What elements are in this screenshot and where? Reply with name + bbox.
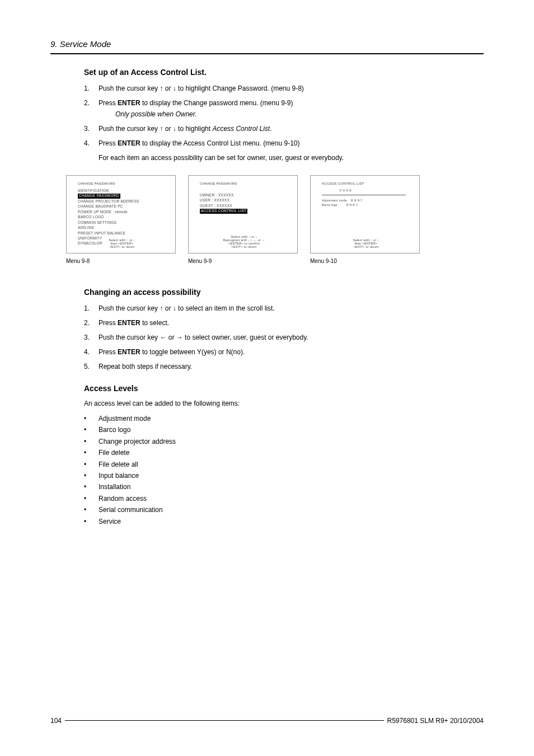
menu-body: OWNER : XXXXXX USER : XXXXXX GUEST : XXX…	[200, 193, 288, 214]
step-text: Press ENTER to display the Access Contro…	[99, 138, 478, 163]
step-number: 1.	[84, 83, 99, 93]
acl-row: Barco logo N N N Y	[322, 203, 410, 207]
page-content: Set up of an Access Control List. 1. Pus…	[50, 68, 484, 527]
bullet-icon: •	[84, 436, 99, 447]
bullet-icon: •	[84, 470, 99, 481]
menu-box-1: CHANGE PASSWORD IDENTIFICATION CHANGE PA…	[66, 175, 176, 253]
step-text: Push the cursor key ← or → to select own…	[99, 332, 478, 342]
bullet-icon: •	[84, 424, 99, 435]
section2-heading: Changing an access possibility	[84, 288, 478, 297]
list-item: •File delete all	[84, 459, 478, 470]
bullet-icon: •	[84, 493, 99, 504]
menu-hint: Select with ↑ or ↓ then <ENTER> <EXIT> t…	[78, 238, 166, 248]
section-number: 9. Service Mode	[50, 39, 484, 49]
header-rule	[50, 53, 484, 54]
menu-title: ACCESS CONTROL LIST	[322, 181, 410, 185]
step-number: 4.	[84, 347, 99, 357]
step-text: Press ENTER to select.	[99, 318, 478, 328]
page-number: 104	[50, 717, 65, 725]
step-text: Push the cursor key ↑ or ↓ to select an …	[99, 303, 478, 313]
menu-title: CHANGE PASSWORD	[78, 181, 166, 185]
step-note: Only possible when Owner.	[115, 109, 478, 119]
list-item: •Random access	[84, 493, 478, 504]
menu-caption: Menu 9-10	[310, 258, 420, 264]
list-item: •Installation	[84, 481, 478, 492]
step-text: Press ENTER to toggle between Y(yes) or …	[99, 347, 478, 357]
bullet-icon: •	[84, 459, 99, 470]
menu-hint: Select with ↑ or ↓ then <ENTER> <EXIT> t…	[322, 238, 410, 248]
step-number: 5.	[84, 361, 99, 372]
menu-box-2: CHANGE PASSWORD OWNER : XXXXXX USER : XX…	[188, 175, 298, 253]
step-item: 4. Press ENTER to display the Access Con…	[84, 138, 478, 163]
step-number: 4.	[84, 138, 99, 163]
bullet-icon: •	[84, 481, 99, 492]
menu-title: CHANGE PASSWORD	[200, 181, 288, 185]
step-text: Repeat both steps if necessary.	[99, 361, 478, 372]
step-text: Push the cursor key ↑ or ↓ to highlight …	[99, 124, 478, 134]
step-item: 4. Press ENTER to toggle between Y(yes) …	[84, 347, 478, 357]
bullet-icon: •	[84, 447, 99, 458]
step-item: 5. Repeat both steps if necessary.	[84, 361, 478, 372]
menu-body: IDENTIFICATION CHANGE PASSWORD CHANGE PR…	[78, 189, 166, 246]
step-item: 1. Push the cursor key ↑ or ↓ to select …	[84, 303, 478, 313]
acl-row: Adjustment mode N N N Y	[322, 199, 410, 203]
step-number: 3.	[84, 332, 99, 342]
bullet-icon: •	[84, 413, 99, 424]
list-item: •Adjustment mode	[84, 413, 478, 424]
step-number: 2.	[84, 98, 99, 119]
menu-highlight: ACCESS CONTROL LIST	[200, 209, 247, 213]
step-number: 3.	[84, 124, 99, 134]
document-id: R5976801 SLM R9+ 20/10/2004	[384, 717, 484, 725]
page-header: 9. Service Mode	[50, 39, 484, 54]
menu-screenshots-row: CHANGE PASSWORD IDENTIFICATION CHANGE PA…	[66, 175, 478, 264]
step-item: 3. Push the cursor key ↑ or ↓ to highlig…	[84, 124, 478, 134]
step-item: 3. Push the cursor key ← or → to select …	[84, 332, 478, 342]
bullet-icon: •	[84, 504, 99, 515]
menu-caption: Menu 9-9	[188, 258, 298, 264]
acl-header-row: O U G E	[322, 189, 410, 192]
menu-block-2: CHANGE PASSWORD OWNER : XXXXXX USER : XX…	[188, 175, 298, 264]
list-item: •Service	[84, 516, 478, 527]
menu-block-3: ACCESS CONTROL LIST O U G E Adjustment m…	[310, 175, 420, 264]
menu-box-3: ACCESS CONTROL LIST O U G E Adjustment m…	[310, 175, 420, 253]
menu-block-1: CHANGE PASSWORD IDENTIFICATION CHANGE PA…	[66, 175, 176, 264]
list-item: •Barco logo	[84, 424, 478, 435]
section1-steps: 1. Push the cursor key ↑ or ↓ to highlig…	[84, 83, 478, 163]
list-item: •Change projector address	[84, 436, 478, 447]
acl-rule	[322, 195, 406, 195]
step-text: Push the cursor key ↑ or ↓ to highlight …	[99, 83, 478, 93]
section3-intro: An access level can be added to the foll…	[84, 400, 478, 407]
section2-steps: 1. Push the cursor key ↑ or ↓ to select …	[84, 303, 478, 372]
step-followup: For each item an access possibility can …	[99, 153, 478, 163]
step-number: 1.	[84, 303, 99, 313]
access-level-list: •Adjustment mode •Barco logo •Change pro…	[84, 413, 478, 527]
list-item: •Serial communication	[84, 504, 478, 515]
list-item: •File delete	[84, 447, 478, 458]
step-number: 2.	[84, 318, 99, 328]
bullet-icon: •	[84, 516, 99, 527]
section1-heading: Set up of an Access Control List.	[84, 68, 478, 77]
step-item: 1. Push the cursor key ↑ or ↓ to highlig…	[84, 83, 478, 93]
menu-hint: Select with ↑ or ↓ Reprogram with ↓,↑,← …	[200, 235, 288, 248]
menu-caption: Menu 9-8	[66, 258, 176, 264]
step-item: 2. Press ENTER to select.	[84, 318, 478, 328]
footer-row: 104 R5976801 SLM R9+ 20/10/2004	[50, 717, 484, 725]
menu-highlight: CHANGE PASSWORD	[78, 194, 120, 198]
page-footer: 104 R5976801 SLM R9+ 20/10/2004	[50, 720, 484, 725]
list-item: •Input balance	[84, 470, 478, 481]
section3-heading: Access Levels	[84, 384, 478, 393]
step-text: Press ENTER to display the Change passwo…	[99, 98, 478, 119]
step-item: 2. Press ENTER to display the Change pas…	[84, 98, 478, 119]
